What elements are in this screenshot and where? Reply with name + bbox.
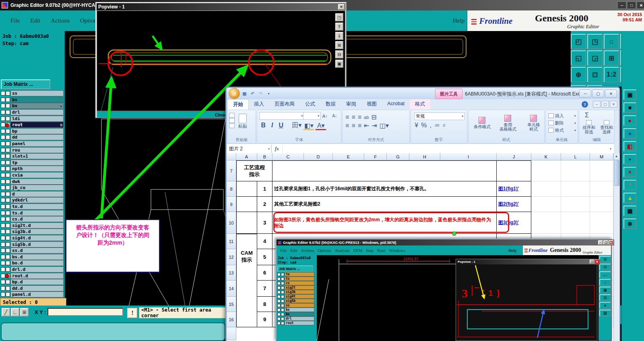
layer-row[interactable]: tp	[1, 160, 64, 166]
layer-toggle-icon[interactable]	[6, 173, 10, 177]
layer-row[interactable]: cvia	[1, 172, 64, 179]
layer-toggle-icon[interactable]	[281, 313, 284, 316]
font-size-combo[interactable]: ▾	[303, 112, 321, 120]
figure-link-cell[interactable]: 图1(fig1)'	[497, 181, 531, 197]
excel-minimize-icon[interactable]: ─	[579, 89, 591, 98]
column-header[interactable]: F	[364, 153, 387, 160]
cells-button-2[interactable]: 删除▾	[547, 119, 576, 127]
view-tool-6[interactable]: ◲	[587, 50, 603, 66]
alert-button[interactable]: !	[127, 308, 138, 318]
redo-icon[interactable]: ↷	[257, 90, 264, 97]
layer-toggle-icon[interactable]	[281, 286, 284, 289]
qat-dropdown-icon[interactable]: ▾	[265, 90, 272, 97]
layer-toggle-icon[interactable]	[6, 280, 10, 284]
doc-minimize-icon[interactable]: ─	[593, 101, 601, 108]
layer-toggle-icon[interactable]	[6, 261, 10, 265]
layer-row[interactable]: ss	[1, 90, 64, 97]
inner-menu-dfm[interactable]: DFM	[353, 248, 363, 253]
row-header[interactable]: 9	[227, 197, 236, 212]
layer-toggle-icon[interactable]	[6, 110, 10, 114]
inner-editor-window[interactable]: Graphic Editor 9.07b2 (00@KXC-GC-PRE013 …	[276, 239, 612, 341]
inner-titlebar[interactable]: Graphic Editor 9.07b2 (00@KXC-GC-PRE013 …	[277, 239, 614, 245]
inner-layer-row[interactable]: ss	[277, 303, 314, 308]
grow-font-button[interactable]: A↑	[320, 112, 330, 120]
layer-toggle-icon[interactable]	[281, 273, 284, 276]
layer-row[interactable]: bs	[1, 97, 64, 103]
inner-menu-help[interactable]: Help	[508, 248, 516, 253]
tab-开始[interactable]: 开始	[227, 99, 249, 110]
inner-layer-row[interactable]: rout	[277, 321, 314, 325]
layer-row[interactable]: sig5b.d	[1, 241, 64, 247]
scroll-thumb[interactable]	[614, 160, 619, 186]
popview-tool-4[interactable]: ⊞	[335, 41, 343, 49]
inner-layer-row[interactable]: sig5b	[277, 299, 314, 303]
layer-toggle-icon[interactable]	[1, 129, 5, 133]
layer-toggle-icon[interactable]	[277, 291, 281, 294]
view-tool-2[interactable]: ◳	[587, 34, 603, 49]
popview-tool-6[interactable]: ▣	[335, 60, 343, 68]
layer-toggle-icon[interactable]	[6, 129, 10, 133]
side-tool-10[interactable]: ▦	[623, 206, 636, 216]
layer-row[interactable]: d	[1, 191, 64, 198]
layer-row[interactable]: sig4t.d	[1, 235, 64, 241]
layer-row[interactable]: rout.d	[1, 272, 64, 279]
office-button[interactable]: ⊞	[229, 88, 240, 99]
layer-toggle-icon[interactable]	[6, 141, 10, 146]
align-left-icon[interactable]: ≡	[345, 121, 349, 130]
format-b-button[interactable]: B	[259, 121, 267, 129]
layer-toggle-icon[interactable]	[1, 261, 5, 265]
layer-row[interactable]: ts.d	[1, 210, 64, 216]
layer-toggle-icon[interactable]	[1, 173, 5, 177]
undo-icon[interactable]: ↶	[249, 90, 256, 97]
view-tool-1[interactable]: ◰	[571, 34, 586, 49]
inner-layer-row[interactable]: bs	[277, 308, 314, 312]
inner-menu-windows[interactable]: Windows	[389, 248, 405, 253]
column-header[interactable]: G	[387, 153, 409, 160]
layer-toggle-icon[interactable]	[6, 154, 10, 158]
layer-toggle-icon[interactable]	[6, 104, 10, 108]
cells-button-1[interactable]: 插入▾	[547, 112, 576, 119]
font-color-button[interactable]: A▾	[315, 121, 326, 130]
layer-toggle-icon[interactable]	[6, 192, 10, 196]
layer-row[interactable]: drl	[1, 109, 64, 116]
layer-toggle-icon[interactable]	[1, 185, 5, 190]
style-button-1[interactable]: 条件格式	[470, 112, 494, 134]
popview-titlebar[interactable]: Popview - 1 ✕	[97, 3, 345, 10]
layer-toggle-icon[interactable]	[6, 255, 10, 259]
layer-toggle-icon[interactable]	[1, 286, 5, 291]
layer-toggle-icon[interactable]	[281, 295, 284, 298]
layer-toggle-icon[interactable]	[277, 322, 281, 325]
layer-toggle-icon[interactable]	[277, 273, 281, 276]
column-header[interactable]: L	[561, 153, 590, 160]
layer-toggle-icon[interactable]	[281, 308, 284, 312]
wrap-text-icon[interactable]: ⊟	[371, 113, 377, 121]
increase-decimal-icon[interactable]: .00	[434, 121, 440, 129]
layer-toggle-icon[interactable]	[1, 135, 5, 139]
side-tool-8[interactable]: *	[623, 180, 636, 190]
layer-toggle-icon[interactable]	[6, 148, 10, 152]
side-tool-11[interactable]: ⊕	[623, 218, 636, 229]
layer-row[interactable]: bo▸	[1, 103, 64, 109]
layer-toggle-icon[interactable]	[1, 229, 5, 234]
layer-toggle-icon[interactable]	[277, 286, 281, 289]
row-header[interactable]: 7	[227, 160, 236, 181]
layer-row[interactable]: bp	[1, 128, 64, 135]
increase-indent-icon[interactable]: ⇥	[371, 121, 377, 130]
column-header[interactable]: E	[333, 153, 364, 160]
paste-button[interactable]: 粘贴	[234, 112, 251, 131]
layer-toggle-icon[interactable]	[6, 160, 10, 165]
layer-row[interactable]: dd.d	[1, 285, 64, 291]
row-header[interactable]: 8	[227, 181, 236, 197]
layer-row[interactable]: rou	[1, 147, 64, 153]
inner-side-tool-4[interactable]: ↕	[599, 279, 611, 286]
side-tool-3[interactable]: ●	[623, 115, 636, 126]
side-tool-7[interactable]: ×	[623, 167, 636, 177]
font-name-combo[interactable]: ▾	[259, 112, 304, 120]
layer-toggle-icon[interactable]	[281, 304, 284, 307]
style-button-3[interactable]: 单元格 样式	[522, 112, 546, 134]
popview-tool-5[interactable]: ⊟	[335, 50, 343, 58]
inner-side-tool-6[interactable]: ⊞	[599, 294, 611, 301]
layer-toggle-icon[interactable]	[6, 204, 10, 209]
layer-toggle-icon[interactable]	[1, 166, 5, 171]
popview-tool-2[interactable]: ⇑	[335, 23, 343, 31]
